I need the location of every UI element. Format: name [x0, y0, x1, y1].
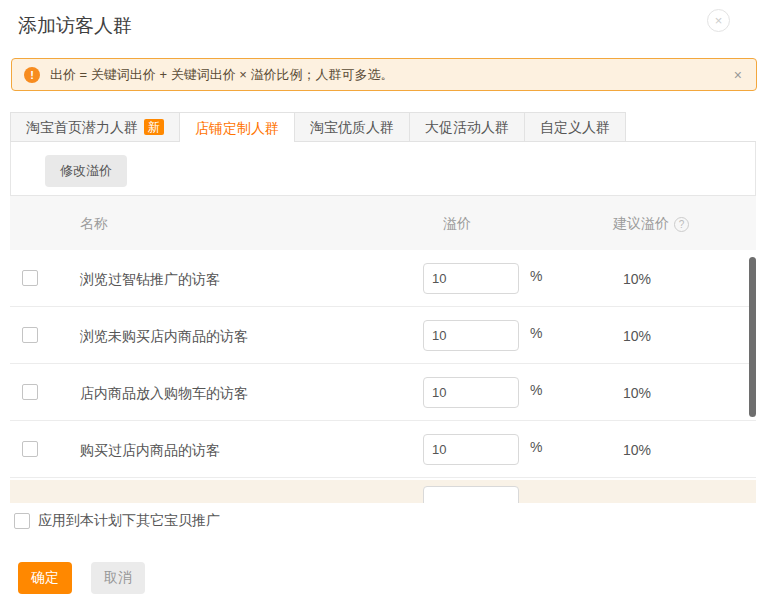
column-header-premium: 溢价 [443, 215, 471, 233]
tab-label: 大促活动人群 [425, 113, 509, 141]
suggested-premium-value: 10% [623, 271, 651, 287]
percent-unit: % [530, 268, 542, 284]
tab-store-custom[interactable]: 店铺定制人群 [179, 112, 295, 143]
suggested-premium-value: 10% [623, 328, 651, 344]
row-checkbox[interactable] [22, 384, 38, 400]
table-row: 浏览过智钻推广的访客 % 10% [10, 250, 756, 307]
apply-to-plan-row: 应用到本计划下其它宝贝推广 [14, 512, 220, 530]
premium-input[interactable] [423, 263, 519, 294]
table-row: 店内商品放入购物车的访客 % 10% [10, 364, 756, 421]
row-checkbox[interactable] [22, 327, 38, 343]
alert-close-icon[interactable]: × [732, 67, 744, 83]
tab-custom[interactable]: 自定义人群 [524, 112, 626, 142]
cancel-button[interactable]: 取消 [91, 562, 145, 594]
suggested-label: 建议溢价 [613, 215, 669, 233]
audience-tabs: 淘宝首页潜力人群 新 店铺定制人群 淘宝优质人群 大促活动人群 自定义人群 [10, 112, 756, 142]
percent-unit: % [530, 439, 542, 455]
new-badge: 新 [144, 119, 164, 135]
tab-label: 店铺定制人群 [195, 114, 279, 142]
footer-actions: 确定 取消 [18, 562, 145, 594]
tab-taobao-quality[interactable]: 淘宝优质人群 [294, 112, 410, 142]
table-row-partial [10, 480, 756, 503]
percent-unit: % [530, 382, 542, 398]
tab-label: 淘宝首页潜力人群 [26, 113, 138, 141]
percent-unit: % [530, 325, 542, 341]
confirm-button[interactable]: 确定 [18, 562, 72, 594]
help-icon[interactable]: ? [674, 217, 689, 232]
table-header: 名称 溢价 建议溢价 ? [10, 196, 756, 250]
suggested-premium-value: 10% [623, 442, 651, 458]
apply-to-plan-checkbox[interactable] [14, 513, 30, 529]
premium-input[interactable] [423, 320, 519, 351]
audience-name: 购买过店内商品的访客 [80, 442, 220, 460]
tab-content-toolbar: 修改溢价 [10, 142, 756, 196]
column-header-suggested: 建议溢价 ? [613, 215, 689, 233]
tab-promo-event[interactable]: 大促活动人群 [409, 112, 525, 142]
tab-label: 自定义人群 [540, 113, 610, 141]
premium-input[interactable] [423, 377, 519, 408]
warning-icon: ! [24, 67, 40, 83]
page-title: 添加访客人群 [18, 13, 132, 39]
audience-name: 店内商品放入购物车的访客 [80, 385, 248, 403]
bid-formula-alert: ! 出价 = 关键词出价 + 关键词出价 × 溢价比例；人群可多选。 × [11, 58, 757, 91]
premium-input-partial [423, 486, 519, 503]
modify-premium-button[interactable]: 修改溢价 [45, 155, 127, 187]
suggested-premium-value: 10% [623, 385, 651, 401]
table-row: 浏览未购买店内商品的访客 % 10% [10, 307, 756, 364]
audience-name: 浏览未购买店内商品的访客 [80, 328, 248, 346]
scrollbar-thumb[interactable] [749, 257, 756, 417]
alert-text: 出价 = 关键词出价 + 关键词出价 × 溢价比例；人群可多选。 [50, 66, 393, 84]
apply-to-plan-label: 应用到本计划下其它宝贝推广 [38, 512, 220, 530]
table-row: 购买过店内商品的访客 % 10% [10, 421, 756, 478]
dialog-close-icon[interactable]: × [707, 9, 730, 32]
row-checkbox[interactable] [22, 270, 38, 286]
row-checkbox[interactable] [22, 441, 38, 457]
premium-input[interactable] [423, 434, 519, 465]
tab-taobao-homepage-potential[interactable]: 淘宝首页潜力人群 新 [10, 112, 180, 142]
tab-label: 淘宝优质人群 [310, 113, 394, 141]
audience-list: 浏览过智钻推广的访客 % 10% 浏览未购买店内商品的访客 % 10% 店内商品… [10, 250, 756, 503]
column-header-name: 名称 [80, 215, 108, 233]
audience-name: 浏览过智钻推广的访客 [80, 271, 220, 289]
